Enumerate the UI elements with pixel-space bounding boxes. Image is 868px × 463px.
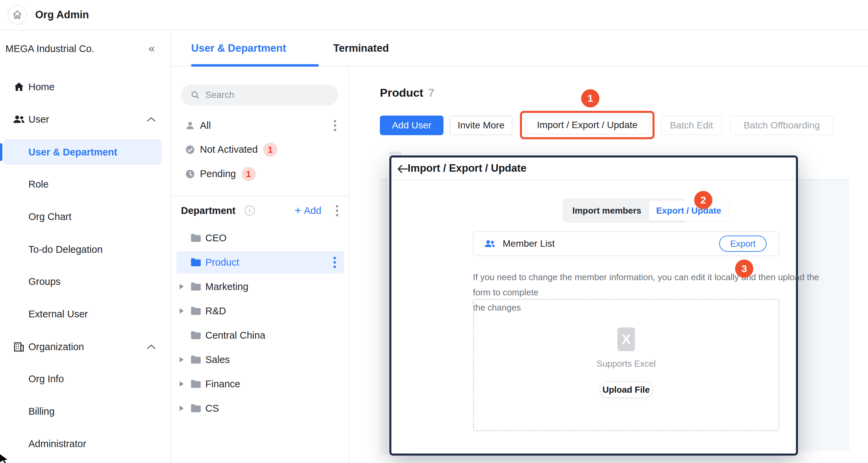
- check-circle-icon: [185, 145, 195, 155]
- tree-item-finance[interactable]: Finance: [176, 373, 344, 395]
- tabbar: User & Department Terminated: [171, 30, 868, 67]
- tree-label: CS: [205, 403, 219, 414]
- tree-item-marketing[interactable]: Marketing: [176, 275, 344, 298]
- sidebar-item-organization[interactable]: Organization: [0, 336, 170, 357]
- department-title: Department: [181, 205, 235, 216]
- status-count-badge: 1: [242, 167, 256, 181]
- status-item-not-activated[interactable]: Not Activated 1: [171, 139, 348, 161]
- department-kebab-icon[interactable]: [336, 205, 338, 216]
- folder-icon: [190, 331, 201, 340]
- annotation-highlight-box: [520, 111, 655, 139]
- segment-import-members[interactable]: Import members: [565, 200, 649, 221]
- batch-offboarding-button[interactable]: Batch Offboarding: [730, 116, 833, 135]
- import-export-segmented-control: Import members Export / Update: [563, 198, 686, 223]
- sidebar-item-user-and-department[interactable]: User & Department: [0, 142, 170, 163]
- sidebar-item-org-info[interactable]: Org Info: [0, 368, 170, 389]
- active-tab-underline: [191, 64, 319, 67]
- department-header: Department i +Add: [171, 200, 348, 221]
- info-icon[interactable]: i: [245, 205, 255, 216]
- search-input[interactable]: [205, 90, 327, 100]
- caret-right-icon[interactable]: [180, 357, 184, 362]
- tree-item-cs[interactable]: CS: [176, 397, 344, 419]
- member-count: 7: [428, 86, 434, 99]
- tree-item-ceo[interactable]: CEO: [176, 227, 344, 249]
- import-export-modal: Import / Export / Update Import members …: [389, 155, 798, 456]
- batch-edit-button[interactable]: Batch Edit: [661, 116, 722, 135]
- chevron-up-icon[interactable]: [146, 116, 156, 122]
- sidebar: MEGA Industrial Co. « Home User User & D…: [0, 30, 171, 463]
- sidebar-item-label: Home: [28, 81, 54, 93]
- sidebar-item-label: Org Info: [28, 373, 64, 385]
- status-label: Pending 1: [200, 167, 256, 181]
- sidebar-item-org-chart[interactable]: Org Chart: [0, 206, 170, 227]
- tree-label: CEO: [205, 233, 227, 244]
- collapse-sidebar-icon[interactable]: «: [149, 30, 155, 67]
- background-table-fragment: [380, 179, 388, 455]
- tree-item-central-china[interactable]: Central China: [176, 324, 344, 346]
- department-page-title: Product7: [380, 86, 434, 99]
- sidebar-item-home[interactable]: Home: [0, 76, 170, 97]
- upload-file-button[interactable]: Upload File: [600, 381, 653, 398]
- sidebar-item-label: Role: [28, 179, 49, 190]
- folder-icon: [190, 234, 201, 242]
- folder-icon: [190, 404, 201, 413]
- chevron-up-icon[interactable]: [146, 344, 156, 350]
- home-circle-button[interactable]: [7, 5, 27, 25]
- member-list-label: Member List: [503, 238, 555, 249]
- member-list-card: Member List Export: [473, 231, 779, 256]
- person-icon: [185, 120, 195, 130]
- sidebar-item-label: Org Chart: [28, 211, 71, 222]
- annotation-step-3: 3: [735, 260, 753, 278]
- modal-header-divider: [391, 180, 796, 180]
- tree-label: R&D: [205, 306, 226, 317]
- mouse-cursor: [0, 454, 10, 463]
- caret-right-icon[interactable]: [180, 406, 184, 411]
- page-title: Org Admin: [35, 0, 89, 30]
- tree-label: Finance: [205, 379, 240, 390]
- tree-item-kebab-icon[interactable]: [334, 257, 336, 268]
- tree-label: Central China: [205, 330, 265, 341]
- sidebar-item-label: To-do Delegation: [28, 244, 102, 255]
- status-label: All: [200, 120, 211, 131]
- tab-user-and-department[interactable]: User & Department: [191, 30, 319, 66]
- segment-export-update[interactable]: Export / Update: [649, 200, 729, 221]
- sidebar-item-label: User: [28, 114, 49, 125]
- sidebar-item-role[interactable]: Role: [0, 174, 170, 195]
- home-icon: [12, 10, 22, 20]
- caret-right-icon[interactable]: [180, 284, 184, 289]
- add-department-button[interactable]: +Add: [295, 204, 321, 217]
- panel-divider: [171, 196, 348, 196]
- status-item-all[interactable]: All: [171, 115, 348, 136]
- search-icon: [190, 90, 200, 100]
- tree-item-sales[interactable]: Sales: [176, 348, 344, 371]
- search-box[interactable]: [181, 84, 338, 105]
- caret-right-icon[interactable]: [180, 308, 184, 314]
- org-admin-screen: Org Admin MEGA Industrial Co. « Home Use…: [0, 0, 868, 463]
- annotation-step-1: 1: [581, 89, 599, 107]
- invite-more-button[interactable]: Invite More: [450, 116, 512, 135]
- home-icon: [12, 81, 26, 93]
- building-icon: [12, 341, 26, 352]
- tree-label: Product: [205, 257, 239, 268]
- tree-item-rnd[interactable]: R&D: [176, 300, 344, 322]
- topbar: Org Admin: [0, 0, 868, 30]
- sidebar-item-groups[interactable]: Groups: [0, 271, 170, 292]
- status-label: Not Activated 1: [200, 143, 277, 157]
- caret-right-icon[interactable]: [180, 381, 184, 387]
- tree-item-product[interactable]: Product: [176, 251, 344, 273]
- sidebar-item-todo-delegation[interactable]: To-do Delegation: [0, 239, 170, 260]
- upload-dropzone[interactable]: X Supports Excel Upload File: [473, 299, 779, 431]
- kebab-menu-icon[interactable]: [334, 120, 336, 131]
- sidebar-item-billing[interactable]: Billing: [0, 401, 170, 422]
- sidebar-item-administrator[interactable]: Administrator: [0, 433, 170, 454]
- sidebar-item-label: Billing: [28, 406, 54, 417]
- members-icon: [484, 239, 496, 249]
- export-button[interactable]: Export: [719, 236, 767, 252]
- sidebar-item-external-user[interactable]: External User: [0, 303, 170, 324]
- tab-terminated[interactable]: Terminated: [333, 30, 389, 66]
- status-count-badge: 1: [263, 143, 277, 157]
- sidebar-item-label: Groups: [28, 276, 61, 287]
- status-item-pending[interactable]: Pending 1: [171, 163, 348, 185]
- sidebar-item-user[interactable]: User: [0, 109, 170, 130]
- add-user-button[interactable]: Add User: [380, 116, 443, 135]
